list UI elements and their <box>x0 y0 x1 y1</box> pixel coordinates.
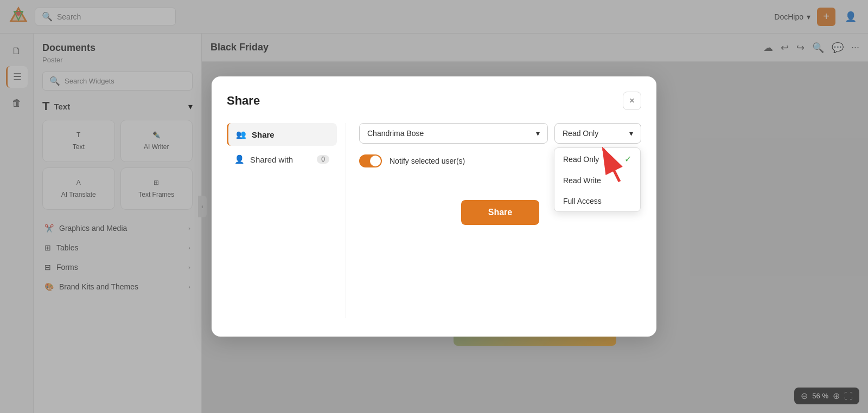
notify-toggle[interactable] <box>359 154 382 167</box>
share-nav-icon: 👥 <box>236 130 246 139</box>
share-button[interactable]: Share <box>461 200 539 225</box>
notify-label: Notify selected user(s) <box>390 157 465 165</box>
shared-with-nav-label: Shared with <box>250 155 293 164</box>
read-only-option[interactable]: Read Only ✓ <box>554 148 640 170</box>
full-access-label: Full Access <box>563 197 602 205</box>
modal-title: Share <box>227 94 260 108</box>
shared-with-nav-item[interactable]: 👤 Shared with 0 <box>227 148 337 171</box>
permission-dropdown-menu: Read Only ✓ Read Write Full Access <box>554 147 641 212</box>
read-write-label: Read Write <box>563 176 601 185</box>
user-select-value: Chandrima Bose <box>367 129 424 138</box>
modal-sidebar: 👥 Share 👤 Shared with 0 <box>227 123 346 318</box>
share-controls-row: Chandrima Bose ▾ Read Only ▾ Read Only ✓ <box>359 123 641 144</box>
modal-overlay[interactable]: Share × 👥 Share 👤 Shared with 0 <box>0 0 868 413</box>
modal-header: Share × <box>227 92 641 110</box>
read-write-option[interactable]: Read Write <box>554 170 640 191</box>
user-select-dropdown[interactable]: Chandrima Bose ▾ <box>359 123 548 144</box>
read-only-check: ✓ <box>624 154 631 164</box>
read-only-label: Read Only <box>563 155 599 164</box>
full-access-option[interactable]: Full Access <box>554 191 640 211</box>
shared-with-badge: 0 <box>317 155 329 164</box>
permission-select-chevron: ▾ <box>629 129 633 138</box>
permission-select-dropdown[interactable]: Read Only ▾ Read Only ✓ Read Write <box>554 123 641 144</box>
user-select-chevron: ▾ <box>536 129 540 138</box>
modal-body: 👥 Share 👤 Shared with 0 Chandrima Bose ▾ <box>227 123 641 318</box>
share-modal: Share × 👥 Share 👤 Shared with 0 <box>212 76 656 337</box>
modal-main-content: Chandrima Bose ▾ Read Only ▾ Read Only ✓ <box>346 123 641 318</box>
share-nav-label: Share <box>252 130 275 139</box>
share-nav-item[interactable]: 👥 Share <box>227 123 337 146</box>
shared-with-nav-icon: 👤 <box>234 154 245 164</box>
toggle-knob <box>370 156 381 166</box>
permission-select-value: Read Only <box>563 129 598 138</box>
modal-close-button[interactable]: × <box>623 92 641 110</box>
